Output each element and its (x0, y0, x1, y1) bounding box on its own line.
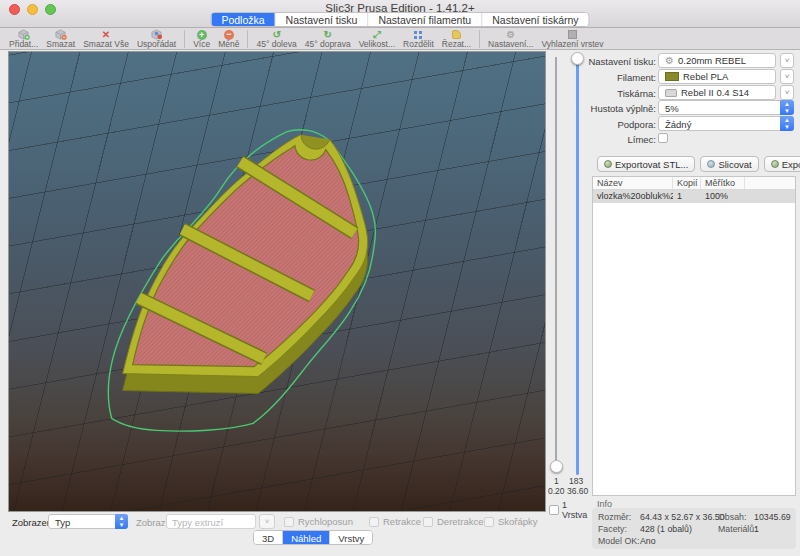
toolbar-separator (184, 30, 185, 48)
brim-label: Límec: (627, 134, 656, 145)
model-materials: 1 (754, 524, 759, 534)
infill-density-select[interactable]: 5% ▲▼ (658, 100, 794, 115)
retractions-checkbox[interactable] (369, 517, 379, 527)
view-layers-button[interactable]: Vrstvy (330, 531, 372, 544)
object-copies: 1 (673, 190, 701, 203)
lower-layer-slider-handle[interactable] (550, 460, 563, 473)
add-button[interactable]: Přidat... (5, 29, 42, 49)
model-ok-value: Ano (640, 536, 656, 546)
tab-nastaveni-tiskarny[interactable]: Nastavení tiskárny (482, 13, 588, 26)
object-settings-button[interactable]: ⚙ Nastavení... (484, 29, 537, 49)
travel-toggle[interactable]: Rychloposun (284, 516, 353, 527)
object-list-header: Název Kopií Měřítko (593, 177, 795, 190)
shells-toggle[interactable]: Skořápky (484, 516, 538, 527)
extrusion-types-input[interactable]: Typy extruzí (166, 514, 256, 529)
title-bar: Slic3r Prusa Edition - 1.41.2+ Podložka … (0, 0, 800, 28)
view-preview-button[interactable]: Náhled (283, 531, 330, 544)
object-scale: 100% (701, 190, 745, 203)
object-row[interactable]: vlozka%20obluk%204.stl 1 100% (593, 190, 795, 203)
brim-checkbox[interactable] (658, 133, 668, 143)
lower-layer-height-mm: 0.20 (548, 486, 565, 496)
extrusion-types-dropdown-button[interactable]: ˅ (259, 514, 275, 529)
export-stl-icon (604, 160, 612, 168)
toolbar-separator (247, 30, 248, 48)
model-info-box: Rozměr: 64.43 x 52.67 x 36.50 Obsah: 103… (592, 508, 796, 549)
fewer-copies-button[interactable]: − Méně (214, 29, 243, 49)
popup-arrows-icon: ▲▼ (780, 116, 794, 131)
shells-checkbox[interactable] (484, 517, 494, 527)
print-settings-dropdown-button[interactable]: ˅ (780, 53, 794, 68)
single-layer-checkbox[interactable] (549, 505, 559, 515)
view-3d-button[interactable]: 3D (254, 531, 283, 544)
support-select[interactable]: Žádný ▲▼ (658, 116, 794, 131)
single-layer-label: 1 Vrstva (562, 500, 588, 520)
sliced-model-preview (9, 52, 545, 511)
unretractions-checkbox[interactable] (423, 517, 433, 527)
action-buttons: Exportovat STL... Slicovat Exportovat G-… (588, 156, 796, 172)
view-switcher: 3D Náhled Vrstvy (253, 530, 373, 545)
support-label: Podpora: (617, 119, 656, 130)
filament-label: Filament: (617, 72, 656, 83)
filament-dropdown-button[interactable]: ˅ (780, 69, 794, 84)
layer-slider-area: 1 183 0.20 36.60 1 Vrstva (546, 50, 588, 555)
gear-icon: ⚙ (665, 55, 674, 66)
app-window: Slic3r Prusa Edition - 1.41.2+ Podložka … (0, 0, 800, 556)
unretractions-toggle[interactable]: Deretrakce (423, 516, 483, 527)
object-name: vlozka%20obluk%204.stl (593, 190, 673, 203)
settings-panel: Nastavení tisku: ⚙ 0.20mm REBEL ˅ Filame… (588, 50, 796, 555)
cut-button[interactable]: Řezat... (438, 29, 475, 49)
layer-smoothing-button[interactable]: Vyhlazení vrstev (537, 29, 607, 49)
tab-nastaveni-tisku[interactable]: Nastavení tisku (276, 13, 369, 26)
export-gcode-icon (771, 160, 779, 168)
scale-button[interactable]: ⤢ Velikost... (355, 29, 399, 49)
export-gcode-button[interactable]: Exportovat G-kód... (764, 156, 800, 172)
slice-button[interactable]: Slicovat (700, 156, 758, 172)
travel-checkbox[interactable] (284, 517, 294, 527)
printer-select[interactable]: Rebel II 0.4 S14 (658, 85, 776, 100)
printer-label: Tiskárna: (617, 88, 656, 99)
3d-preview-viewport[interactable] (8, 51, 546, 512)
delete-all-button[interactable]: ✕ Smazat Vše (79, 29, 133, 49)
rotate-right-button[interactable]: ↻ 45° doprava (301, 29, 355, 49)
popup-arrows-icon: ▲▼ (780, 100, 794, 115)
upper-layer-value: 183 (569, 476, 583, 486)
toolbar: Přidat... Smazat ✕ Smazat Vše Uspořádat … (0, 28, 800, 50)
more-copies-button[interactable]: + Více (189, 29, 214, 49)
upper-layer-height-mm: 36.60 (567, 486, 588, 496)
printer-icon (665, 89, 677, 97)
lower-layer-slider[interactable] (555, 57, 557, 462)
split-button[interactable]: Rozdělit (399, 29, 438, 49)
main-area: 1 183 0.20 36.60 1 Vrstva Nastavení tisk… (0, 50, 800, 555)
export-stl-button[interactable]: Exportovat STL... (597, 156, 695, 172)
arrange-button[interactable]: Uspořádat (133, 29, 180, 49)
filament-color-swatch (665, 72, 679, 81)
retractions-toggle[interactable]: Retrakce (369, 516, 421, 527)
tab-podlozka[interactable]: Podložka (211, 13, 275, 26)
print-settings-select[interactable]: ⚙ 0.20mm REBEL (658, 53, 776, 68)
filament-select[interactable]: Rebel PLA (658, 69, 776, 84)
stepper-arrows-icon: ▲▼ (115, 514, 128, 529)
slice-icon (707, 160, 715, 168)
print-settings-label: Nastavení tisku: (588, 56, 656, 67)
infill-density-label: Hustota výplně: (591, 103, 656, 114)
upper-layer-slider[interactable] (576, 57, 579, 475)
model-size: 64.43 x 52.67 x 36.50 (640, 512, 725, 522)
model-facets: 428 (1 obalů) (640, 524, 692, 534)
upper-layer-slider-handle[interactable] (571, 52, 584, 65)
single-layer-toggle[interactable]: 1 Vrstva (549, 500, 588, 520)
delete-button[interactable]: Smazat (42, 29, 79, 49)
lower-layer-value: 1 (554, 476, 559, 486)
tab-nastaveni-filamentu[interactable]: Nastavení filamentu (368, 13, 482, 26)
view-mode-select[interactable]: Typ ▲▼ (48, 514, 128, 529)
toolbar-separator (479, 30, 480, 48)
model-volume: 10345.69 (754, 512, 791, 522)
rotate-left-button[interactable]: ↺ 45° doleva (252, 29, 300, 49)
printer-dropdown-button[interactable]: ˅ (780, 85, 794, 100)
main-tab-bar: Podložka Nastavení tisku Nastavení filam… (210, 12, 589, 27)
object-list-table[interactable]: Název Kopií Měřítko vlozka%20obluk%204.s… (592, 176, 796, 496)
